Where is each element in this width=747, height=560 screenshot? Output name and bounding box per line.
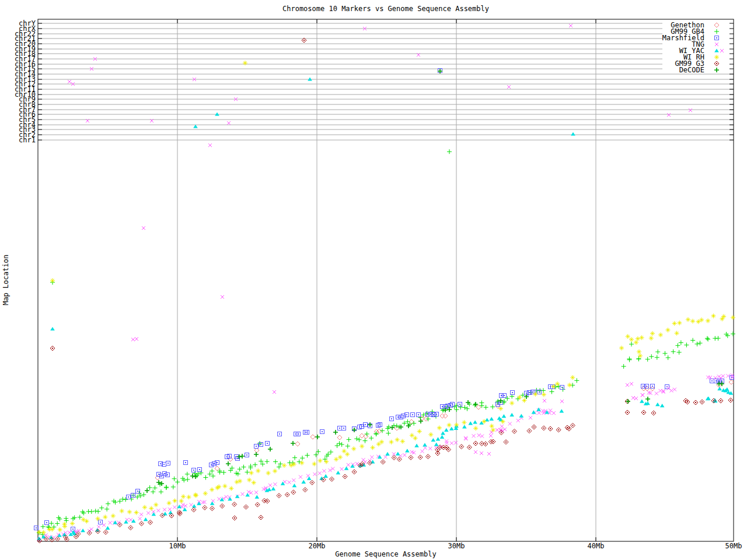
cross-marker (322, 469, 326, 473)
diamond-dot-marker (397, 457, 402, 461)
cross-marker (131, 338, 135, 341)
triangle-marker (559, 409, 564, 412)
cross-marker (403, 453, 406, 457)
cross-marker (217, 497, 221, 501)
plus-marker (716, 336, 721, 341)
triangle-marker (502, 414, 507, 418)
diamond-dot-marker (504, 440, 508, 444)
x-tick-label: 10Mb (169, 542, 186, 550)
cross-marker (168, 508, 172, 511)
star-marker (637, 349, 641, 354)
square-dot-marker (166, 473, 170, 477)
diamond-dot-marker (700, 400, 704, 404)
star-marker (58, 527, 62, 532)
star-marker (37, 530, 41, 534)
cross-marker (717, 374, 721, 378)
star-marker (650, 331, 655, 336)
plus-marker (386, 431, 390, 436)
diamond-dot-marker (232, 502, 237, 506)
star-marker (413, 436, 418, 440)
plus-marker (218, 470, 222, 474)
star-marker (400, 439, 405, 444)
plot-border (38, 19, 734, 541)
star-marker (447, 423, 452, 428)
star-marker (649, 336, 654, 341)
scatter-plot: 10Mb20Mb30Mb40Mb50MbchrYchrXchr22chr21ch… (0, 0, 747, 560)
plus-bold-marker (268, 447, 273, 452)
cross-marker (424, 446, 427, 450)
diamond-dot-marker (473, 441, 478, 446)
triangle-marker (254, 495, 259, 499)
cross-marker (318, 471, 322, 475)
square-dot-marker (192, 468, 196, 473)
star-marker (266, 471, 271, 475)
plus-bold-marker (240, 454, 245, 459)
plus-marker (277, 465, 281, 470)
plus-marker (627, 356, 631, 361)
chromosome-label: chr1 (19, 136, 36, 144)
plus-marker (574, 378, 579, 383)
star-marker (70, 521, 75, 526)
star-marker (677, 321, 682, 326)
plus-marker (490, 405, 495, 410)
plus-marker (305, 453, 309, 457)
plus-marker (706, 337, 710, 341)
cross-marker (208, 144, 212, 147)
plus-marker (148, 485, 152, 490)
star-marker (410, 433, 414, 438)
diamond-dot-marker (291, 490, 296, 495)
plus-marker (645, 357, 650, 362)
triangle-marker (431, 438, 436, 442)
triangle-marker (106, 526, 110, 530)
plus-marker (697, 341, 702, 345)
legend: GenethonGM99 GB4MarshfieldTNGWI YACWI RH… (662, 21, 719, 74)
star-marker (273, 469, 277, 474)
plus-marker (96, 509, 100, 514)
plus-marker (159, 489, 163, 494)
triangle-marker (440, 435, 445, 439)
square-dot-marker (441, 405, 445, 409)
diamond-marker (215, 466, 219, 471)
star-marker (103, 514, 107, 519)
square-dot-marker (184, 461, 188, 465)
series-wi-rh (37, 61, 735, 535)
star-marker (706, 318, 710, 323)
square-dot-marker (254, 444, 259, 449)
cross-marker (156, 509, 160, 512)
plus-marker (731, 331, 735, 336)
plus-marker (411, 421, 416, 426)
plus-marker (329, 450, 333, 454)
cross-marker (634, 397, 638, 400)
plus-marker (55, 521, 60, 526)
star-marker (686, 317, 690, 322)
triangle-marker (228, 497, 232, 501)
plus-marker (655, 349, 660, 354)
triangle-marker (192, 504, 197, 508)
triangle-marker (144, 517, 148, 521)
plus-marker (666, 355, 671, 360)
star-marker (690, 319, 695, 324)
cross-marker (129, 518, 132, 522)
cross-marker (543, 399, 546, 402)
triangle-marker (423, 443, 427, 446)
plus-marker (273, 459, 278, 464)
square-dot-marker (338, 426, 342, 430)
diamond-dot-marker (128, 526, 133, 530)
triangle-marker (473, 420, 477, 424)
diamond-dot-marker (210, 506, 214, 511)
plus-marker (454, 407, 459, 412)
plus-marker (141, 492, 146, 497)
plus-marker (655, 355, 659, 360)
diamond-dot-marker (220, 503, 225, 508)
star-marker (181, 494, 186, 499)
cross-marker (454, 441, 458, 444)
square-dot-marker (245, 453, 249, 457)
star-marker (711, 314, 715, 318)
star-marker (675, 331, 679, 335)
cross-marker (384, 455, 388, 459)
cross-marker (507, 85, 511, 89)
diamond-dot-marker (625, 410, 630, 415)
triangle-marker (509, 413, 514, 416)
x-axis-title: Genome Sequence Assembly (335, 550, 436, 558)
plus-marker (369, 436, 374, 440)
